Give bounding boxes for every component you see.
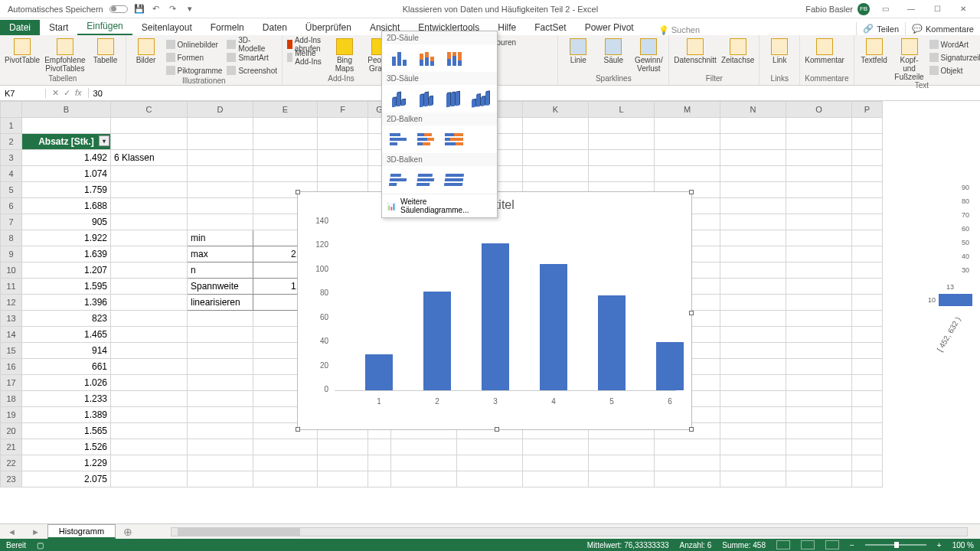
select-all[interactable] bbox=[1, 102, 22, 118]
row-header[interactable]: 22 bbox=[1, 455, 22, 471]
filter-icon[interactable]: ▾ bbox=[99, 135, 109, 146]
3d-stacked-column-option[interactable] bbox=[414, 88, 439, 109]
macro-record-icon[interactable]: ▢ bbox=[37, 541, 44, 549]
cell[interactable]: 1.074 bbox=[22, 166, 111, 182]
meine-addins-button[interactable]: Meine Add-Ins bbox=[287, 51, 325, 64]
add-sheet-icon[interactable]: ⊕ bbox=[116, 526, 140, 538]
qat-more-icon[interactable]: ▾ bbox=[185, 4, 195, 15]
row-header[interactable]: 7 bbox=[1, 214, 22, 230]
kopfzeile-button[interactable]: Kopf- und Fußzeile bbox=[894, 38, 925, 81]
zeitachse-button[interactable]: Zeitachse bbox=[721, 38, 754, 64]
screenshot-button[interactable]: Screenshot bbox=[227, 64, 277, 77]
name-box[interactable]: K7 bbox=[0, 89, 46, 98]
col-header[interactable]: N bbox=[720, 102, 786, 118]
piktogramme-button[interactable]: Piktogramme bbox=[166, 64, 223, 77]
cell[interactable]: 6 Klassen bbox=[111, 150, 188, 166]
search-label[interactable]: Suchen bbox=[671, 25, 700, 34]
3d-100pct-bar-option[interactable] bbox=[442, 169, 466, 191]
col-header[interactable]: C bbox=[111, 102, 188, 118]
row-header[interactable]: 19 bbox=[1, 407, 22, 423]
tab-seitenlayout[interactable]: Seitenlayout bbox=[132, 20, 201, 35]
row-header[interactable]: 23 bbox=[1, 471, 22, 487]
cell[interactable]: 1.639 bbox=[22, 246, 111, 262]
col-header[interactable]: M bbox=[655, 102, 720, 118]
cancel-formula-icon[interactable]: ✕ bbox=[52, 88, 59, 98]
resize-handle[interactable] bbox=[689, 427, 694, 432]
row-header[interactable]: 14 bbox=[1, 327, 22, 343]
table-button[interactable]: Tabelle bbox=[90, 38, 121, 64]
cell[interactable]: Spannweite bbox=[188, 279, 253, 295]
tab-daten[interactable]: Daten bbox=[253, 20, 296, 35]
chart-bar[interactable] bbox=[365, 354, 393, 390]
col-header[interactable]: K bbox=[523, 102, 589, 118]
fx-icon[interactable]: fx bbox=[75, 88, 82, 98]
sheet-tab-histogramm[interactable]: Histogramm bbox=[47, 524, 116, 539]
row-header[interactable]: 2 bbox=[1, 134, 22, 150]
zoom-out-icon[interactable]: − bbox=[850, 541, 854, 549]
row-header[interactable]: 8 bbox=[1, 230, 22, 246]
cell[interactable]: min bbox=[188, 230, 253, 246]
row-header[interactable]: 13 bbox=[1, 311, 22, 327]
close-icon[interactable]: ✕ bbox=[952, 2, 974, 17]
row-header[interactable]: 17 bbox=[1, 375, 22, 391]
cell[interactable]: 914 bbox=[22, 343, 111, 359]
row-header[interactable]: 4 bbox=[1, 166, 22, 182]
chart-plot-area[interactable]: 020406080100120140 123456 bbox=[335, 215, 676, 414]
formula-input[interactable]: 30 bbox=[89, 89, 980, 98]
wordart-button[interactable]: WordArt bbox=[929, 38, 980, 51]
normal-view-icon[interactable] bbox=[776, 540, 790, 549]
sparkline-linie-button[interactable]: Linie bbox=[563, 38, 593, 64]
zoom-slider[interactable] bbox=[865, 544, 926, 546]
cell[interactable]: 1.759 bbox=[22, 182, 111, 198]
autosave-toggle[interactable] bbox=[109, 5, 128, 13]
row-header[interactable]: 20 bbox=[1, 423, 22, 439]
cell[interactable]: 1.565 bbox=[22, 423, 111, 439]
row-header[interactable]: 3 bbox=[1, 150, 22, 166]
cell[interactable]: 1.396 bbox=[22, 295, 111, 311]
resize-handle[interactable] bbox=[689, 190, 694, 194]
cell[interactable]: 1.207 bbox=[22, 262, 111, 279]
row-header[interactable]: 9 bbox=[1, 246, 22, 262]
formen-button[interactable]: Formen bbox=[166, 51, 223, 64]
cell[interactable]: 1.922 bbox=[22, 230, 111, 246]
stacked-column-option[interactable] bbox=[414, 47, 439, 69]
row-header[interactable]: 18 bbox=[1, 391, 22, 407]
horizontal-scrollbar[interactable] bbox=[171, 527, 968, 536]
cell[interactable]: 1.389 bbox=[22, 407, 111, 423]
3d-stacked-bar-option[interactable] bbox=[414, 169, 439, 191]
stacked-bar-option[interactable] bbox=[414, 129, 439, 150]
chart-bar[interactable] bbox=[656, 342, 684, 390]
pivottable-button[interactable]: PivotTable bbox=[5, 38, 40, 64]
cell[interactable]: max bbox=[188, 246, 253, 262]
row-header[interactable]: 16 bbox=[1, 359, 22, 375]
3d-100pct-column-option[interactable] bbox=[441, 88, 466, 109]
row-header[interactable]: 1 bbox=[1, 118, 22, 134]
objekt-button[interactable]: Objekt bbox=[929, 64, 980, 77]
link-button[interactable]: Link bbox=[764, 38, 795, 64]
datenschnitt-button[interactable]: Datenschnitt bbox=[674, 38, 717, 64]
cell[interactable]: 1.026 bbox=[22, 375, 111, 391]
clustered-column-option[interactable] bbox=[387, 47, 411, 69]
more-column-charts-button[interactable]: 📊 Weitere Säulendiagramme... bbox=[382, 194, 497, 217]
chart-bar[interactable] bbox=[540, 264, 567, 390]
row-header[interactable]: 12 bbox=[1, 295, 22, 311]
resize-handle[interactable] bbox=[495, 427, 499, 432]
row-header[interactable]: 11 bbox=[1, 279, 22, 295]
cell[interactable]: 2.075 bbox=[22, 471, 111, 487]
onlinebilder-button[interactable]: Onlinebilder bbox=[166, 38, 223, 51]
row-header[interactable]: 10 bbox=[1, 262, 22, 279]
3d-clustered-column-option[interactable] bbox=[387, 88, 411, 109]
recommended-pivot-button[interactable]: Empfohlene PivotTables bbox=[44, 38, 85, 73]
zoom-in-icon[interactable]: + bbox=[937, 541, 942, 549]
chart-bar[interactable] bbox=[598, 295, 626, 390]
cell[interactable]: linearisieren bbox=[188, 295, 253, 311]
cell[interactable]: 1.229 bbox=[22, 455, 111, 471]
resize-handle[interactable] bbox=[689, 311, 694, 315]
col-header[interactable]: D bbox=[188, 102, 253, 118]
tab-powerpivot[interactable]: Power Pivot bbox=[576, 20, 643, 35]
cell[interactable]: 1.595 bbox=[22, 279, 111, 295]
minimize-icon[interactable]: — bbox=[900, 2, 922, 17]
page-layout-view-icon[interactable] bbox=[801, 540, 815, 549]
clustered-bar-option[interactable] bbox=[387, 129, 411, 150]
page-break-view-icon[interactable] bbox=[825, 540, 839, 549]
